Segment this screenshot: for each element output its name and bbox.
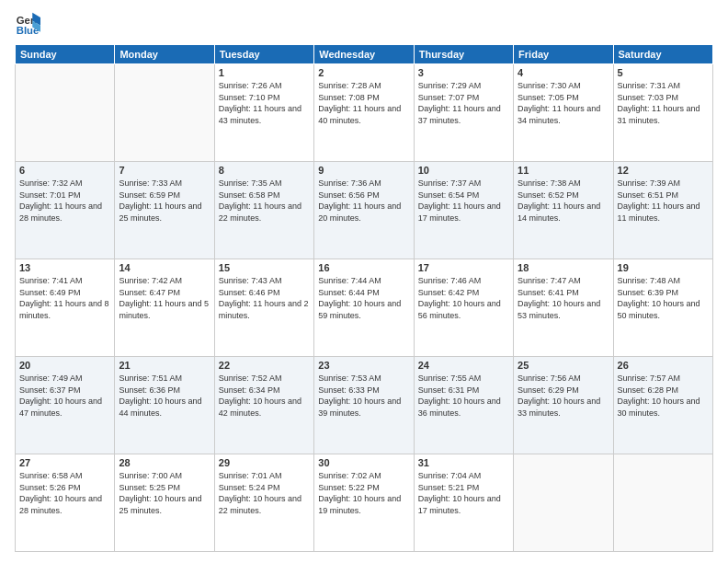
day-info: Sunrise: 7:47 AMSunset: 6:41 PMDaylight:… — [518, 275, 609, 321]
day-number: 22 — [219, 360, 310, 371]
day-number: 5 — [618, 67, 709, 78]
day-number: 23 — [318, 360, 409, 371]
day-info: Sunrise: 7:53 AMSunset: 6:33 PMDaylight:… — [318, 373, 409, 419]
day-number: 29 — [219, 457, 310, 468]
calendar-cell: 23Sunrise: 7:53 AMSunset: 6:33 PMDayligh… — [314, 357, 414, 454]
day-number: 21 — [119, 360, 210, 371]
day-number: 17 — [418, 262, 509, 273]
calendar-cell: 20Sunrise: 7:49 AMSunset: 6:37 PMDayligh… — [16, 357, 115, 454]
day-number: 12 — [618, 165, 709, 176]
calendar-cell: 28Sunrise: 7:00 AMSunset: 5:25 PMDayligh… — [115, 454, 214, 552]
day-info: Sunrise: 7:56 AMSunset: 6:29 PMDaylight:… — [518, 373, 609, 419]
day-info: Sunrise: 7:01 AMSunset: 5:24 PMDaylight:… — [219, 470, 310, 516]
calendar-cell: 22Sunrise: 7:52 AMSunset: 6:34 PMDayligh… — [214, 357, 313, 454]
calendar-cell: 19Sunrise: 7:48 AMSunset: 6:39 PMDayligh… — [613, 259, 712, 357]
day-number: 13 — [19, 262, 110, 273]
calendar-cell — [16, 64, 115, 162]
day-number: 16 — [318, 262, 409, 273]
day-number: 14 — [119, 262, 210, 273]
calendar-cell — [514, 454, 613, 552]
day-info: Sunrise: 6:58 AMSunset: 5:26 PMDaylight:… — [19, 470, 110, 516]
day-number: 19 — [618, 262, 709, 273]
day-number: 1 — [219, 67, 310, 78]
weekday-header: Sunday — [16, 45, 115, 64]
calendar-cell: 16Sunrise: 7:44 AMSunset: 6:44 PMDayligh… — [314, 259, 414, 357]
day-info: Sunrise: 7:48 AMSunset: 6:39 PMDaylight:… — [618, 275, 709, 321]
calendar-cell: 31Sunrise: 7:04 AMSunset: 5:21 PMDayligh… — [414, 454, 513, 552]
day-number: 30 — [318, 457, 409, 468]
calendar-cell: 7Sunrise: 7:33 AMSunset: 6:59 PMDaylight… — [115, 162, 214, 259]
calendar-cell: 21Sunrise: 7:51 AMSunset: 6:36 PMDayligh… — [115, 357, 214, 454]
day-info: Sunrise: 7:28 AMSunset: 7:08 PMDaylight:… — [318, 80, 409, 126]
day-number: 8 — [219, 165, 310, 176]
calendar-cell: 11Sunrise: 7:38 AMSunset: 6:52 PMDayligh… — [514, 162, 613, 259]
logo: General Blue — [15, 11, 44, 37]
day-info: Sunrise: 7:04 AMSunset: 5:21 PMDaylight:… — [418, 470, 509, 516]
day-info: Sunrise: 7:33 AMSunset: 6:59 PMDaylight:… — [119, 178, 210, 224]
calendar-cell: 9Sunrise: 7:36 AMSunset: 6:56 PMDaylight… — [314, 162, 414, 259]
day-info: Sunrise: 7:02 AMSunset: 5:22 PMDaylight:… — [318, 470, 409, 516]
day-info: Sunrise: 7:37 AMSunset: 6:54 PMDaylight:… — [418, 178, 509, 224]
calendar-cell: 1Sunrise: 7:26 AMSunset: 7:10 PMDaylight… — [214, 64, 313, 162]
calendar-table: SundayMondayTuesdayWednesdayThursdayFrid… — [15, 44, 713, 552]
day-info: Sunrise: 7:44 AMSunset: 6:44 PMDaylight:… — [318, 275, 409, 321]
calendar-cell: 12Sunrise: 7:39 AMSunset: 6:51 PMDayligh… — [613, 162, 712, 259]
day-info: Sunrise: 7:52 AMSunset: 6:34 PMDaylight:… — [219, 373, 310, 419]
calendar-cell: 24Sunrise: 7:55 AMSunset: 6:31 PMDayligh… — [414, 357, 513, 454]
weekday-header: Monday — [115, 45, 214, 64]
day-number: 31 — [418, 457, 509, 468]
day-number: 20 — [19, 360, 110, 371]
day-info: Sunrise: 7:26 AMSunset: 7:10 PMDaylight:… — [219, 80, 310, 126]
calendar-cell: 29Sunrise: 7:01 AMSunset: 5:24 PMDayligh… — [214, 454, 313, 552]
calendar-cell: 18Sunrise: 7:47 AMSunset: 6:41 PMDayligh… — [514, 259, 613, 357]
calendar-cell: 10Sunrise: 7:37 AMSunset: 6:54 PMDayligh… — [414, 162, 513, 259]
weekday-header: Saturday — [613, 45, 712, 64]
logo-icon: General Blue — [15, 11, 40, 37]
day-info: Sunrise: 7:36 AMSunset: 6:56 PMDaylight:… — [318, 178, 409, 224]
day-info: Sunrise: 7:41 AMSunset: 6:49 PMDaylight:… — [19, 275, 110, 321]
day-number: 15 — [219, 262, 310, 273]
weekday-header: Thursday — [414, 45, 513, 64]
calendar-cell: 13Sunrise: 7:41 AMSunset: 6:49 PMDayligh… — [16, 259, 115, 357]
day-info: Sunrise: 7:31 AMSunset: 7:03 PMDaylight:… — [618, 80, 709, 126]
day-info: Sunrise: 7:42 AMSunset: 6:47 PMDaylight:… — [119, 275, 210, 321]
weekday-header: Wednesday — [314, 45, 414, 64]
weekday-header: Tuesday — [214, 45, 313, 64]
day-number: 4 — [518, 67, 609, 78]
calendar-cell: 2Sunrise: 7:28 AMSunset: 7:08 PMDaylight… — [314, 64, 414, 162]
day-number: 6 — [19, 165, 110, 176]
day-info: Sunrise: 7:49 AMSunset: 6:37 PMDaylight:… — [19, 373, 110, 419]
day-info: Sunrise: 7:39 AMSunset: 6:51 PMDaylight:… — [618, 178, 709, 224]
calendar-cell: 8Sunrise: 7:35 AMSunset: 6:58 PMDaylight… — [214, 162, 313, 259]
day-info: Sunrise: 7:43 AMSunset: 6:46 PMDaylight:… — [219, 275, 310, 321]
day-info: Sunrise: 7:46 AMSunset: 6:42 PMDaylight:… — [418, 275, 509, 321]
calendar-cell: 25Sunrise: 7:56 AMSunset: 6:29 PMDayligh… — [514, 357, 613, 454]
calendar-cell: 6Sunrise: 7:32 AMSunset: 7:01 PMDaylight… — [16, 162, 115, 259]
day-number: 7 — [119, 165, 210, 176]
day-info: Sunrise: 7:55 AMSunset: 6:31 PMDaylight:… — [418, 373, 509, 419]
day-number: 27 — [19, 457, 110, 468]
day-info: Sunrise: 7:51 AMSunset: 6:36 PMDaylight:… — [119, 373, 210, 419]
day-info: Sunrise: 7:30 AMSunset: 7:05 PMDaylight:… — [518, 80, 609, 126]
calendar-cell: 14Sunrise: 7:42 AMSunset: 6:47 PMDayligh… — [115, 259, 214, 357]
page-header: General Blue — [15, 11, 713, 37]
day-number: 9 — [318, 165, 409, 176]
day-info: Sunrise: 7:00 AMSunset: 5:25 PMDaylight:… — [119, 470, 210, 516]
day-number: 18 — [518, 262, 609, 273]
weekday-header: Friday — [514, 45, 613, 64]
day-number: 24 — [418, 360, 509, 371]
day-info: Sunrise: 7:57 AMSunset: 6:28 PMDaylight:… — [618, 373, 709, 419]
day-number: 25 — [518, 360, 609, 371]
day-number: 26 — [618, 360, 709, 371]
day-info: Sunrise: 7:35 AMSunset: 6:58 PMDaylight:… — [219, 178, 310, 224]
day-number: 2 — [318, 67, 409, 78]
day-number: 28 — [119, 457, 210, 468]
day-number: 11 — [518, 165, 609, 176]
calendar-cell: 26Sunrise: 7:57 AMSunset: 6:28 PMDayligh… — [613, 357, 712, 454]
calendar-cell: 15Sunrise: 7:43 AMSunset: 6:46 PMDayligh… — [214, 259, 313, 357]
calendar-cell: 5Sunrise: 7:31 AMSunset: 7:03 PMDaylight… — [613, 64, 712, 162]
day-info: Sunrise: 7:29 AMSunset: 7:07 PMDaylight:… — [418, 80, 509, 126]
day-info: Sunrise: 7:32 AMSunset: 7:01 PMDaylight:… — [19, 178, 110, 224]
calendar-cell: 4Sunrise: 7:30 AMSunset: 7:05 PMDaylight… — [514, 64, 613, 162]
calendar-cell: 17Sunrise: 7:46 AMSunset: 6:42 PMDayligh… — [414, 259, 513, 357]
